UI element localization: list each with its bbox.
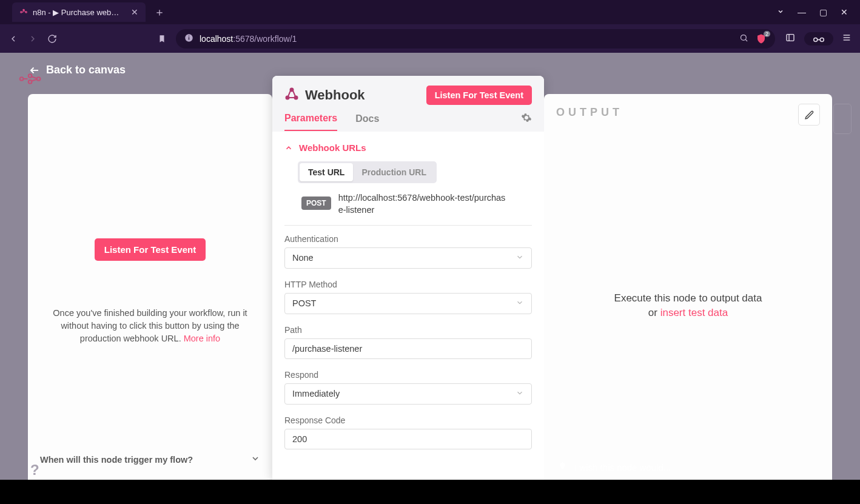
http-method-label: HTTP Method xyxy=(284,280,532,289)
auth-label: Authentication xyxy=(284,234,532,244)
listen-test-event-button[interactable]: Listen For Test Event xyxy=(95,238,206,261)
menu-icon[interactable] xyxy=(842,33,852,45)
response-code-input[interactable] xyxy=(284,429,532,449)
shield-icon[interactable]: 2 xyxy=(756,33,767,44)
bottom-border xyxy=(0,480,860,504)
tab-parameters[interactable]: Parameters xyxy=(284,113,337,131)
test-url-tab[interactable]: Test URL xyxy=(300,163,353,181)
tab-docs[interactable]: Docs xyxy=(355,113,379,130)
browser-nav-bar: localhost:5678/workflow/1 2 xyxy=(0,24,860,53)
forward-icon[interactable] xyxy=(28,34,38,44)
browser-tab[interactable]: n8n - ▶ Purchase webhook ✕ xyxy=(12,2,146,22)
chevron-down-icon xyxy=(516,389,524,399)
node-body: Webhook URLs Test URL Production URL POS… xyxy=(272,132,544,480)
minimize-icon[interactable]: — xyxy=(798,7,806,17)
svg-point-6 xyxy=(741,35,747,40)
output-side-handle[interactable] xyxy=(833,104,852,134)
listen-test-event-header-button[interactable]: Listen For Test Event xyxy=(426,86,532,105)
output-title: OUTPUT xyxy=(556,106,820,119)
node-title: Webhook xyxy=(305,87,365,103)
app-viewport: Back to canvas Listen For Test Event Onc… xyxy=(0,53,860,480)
production-url-tab[interactable]: Production URL xyxy=(353,163,435,181)
tab-title: n8n - ▶ Purchase webhook xyxy=(33,8,123,17)
chevron-down-icon xyxy=(516,253,524,263)
browser-chrome: n8n - ▶ Purchase webhook ✕ ＋ — ▢ ✕ xyxy=(0,0,860,53)
svg-rect-4 xyxy=(189,37,189,39)
svg-point-15 xyxy=(20,77,24,81)
http-method-select[interactable]: POST xyxy=(284,293,532,314)
webhook-url-row[interactable]: POST http://localhost:5678/webhook-test/… xyxy=(301,192,532,217)
webhook-urls-section-toggle[interactable]: Webhook URLs xyxy=(284,143,532,153)
site-info-icon[interactable] xyxy=(184,33,193,44)
svg-rect-8 xyxy=(787,34,794,41)
search-icon[interactable] xyxy=(739,33,748,44)
svg-point-11 xyxy=(820,38,824,41)
reload-icon[interactable] xyxy=(47,34,57,44)
bookmark-icon[interactable] xyxy=(158,34,166,44)
node-header: Webhook Listen For Test Event Parameters… xyxy=(272,76,544,132)
url-text: localhost:5678/workflow/1 xyxy=(200,34,297,44)
help-icon[interactable]: ? xyxy=(30,462,39,479)
close-window-icon[interactable]: ✕ xyxy=(841,7,848,17)
divider xyxy=(284,225,532,226)
chevron-down-icon xyxy=(250,454,260,465)
url-mode-toggle: Test URL Production URL xyxy=(298,161,437,183)
svg-point-18 xyxy=(37,77,41,81)
path-input[interactable] xyxy=(284,338,532,359)
input-hint-text: Once you've finished building your workf… xyxy=(40,307,260,345)
respond-select[interactable]: Immediately xyxy=(284,383,532,405)
shield-badge-count: 2 xyxy=(764,31,770,37)
section-title: Webhook URLs xyxy=(299,143,366,153)
http-method-value: POST xyxy=(292,298,316,308)
feedback-text: I wish this node would... xyxy=(574,462,671,472)
output-panel: OUTPUT Execute this node to output data … xyxy=(544,94,832,480)
response-code-label: Response Code xyxy=(284,415,532,425)
output-placeholder: Execute this node to output data or inse… xyxy=(544,291,832,321)
respond-label: Respond xyxy=(284,370,532,380)
insert-test-data-link[interactable]: insert test data xyxy=(660,307,728,319)
svg-line-7 xyxy=(745,39,747,41)
more-info-link[interactable]: More info xyxy=(184,334,220,343)
incognito-icon[interactable] xyxy=(804,32,833,45)
chevron-down-icon xyxy=(516,298,524,309)
n8n-favicon xyxy=(19,8,28,16)
path-label: Path xyxy=(284,325,532,335)
webhook-url-value: http://localhost:5678/webhook-test/purch… xyxy=(338,192,508,217)
webhook-icon xyxy=(284,87,299,104)
edit-output-button[interactable] xyxy=(798,104,820,126)
back-icon[interactable] xyxy=(8,34,18,44)
node-tabs: Parameters Docs xyxy=(284,112,532,132)
maximize-icon[interactable]: ▢ xyxy=(819,7,827,17)
respond-value: Immediately xyxy=(292,389,340,398)
feedback-prompt[interactable]: I wish this node would... xyxy=(558,462,671,472)
trigger-question-text: When will this node trigger my flow? xyxy=(40,455,193,465)
svg-point-0 xyxy=(21,12,22,13)
svg-point-17 xyxy=(29,80,32,84)
lightbulb-icon xyxy=(558,462,567,472)
node-config-modal: Webhook Listen For Test Event Parameters… xyxy=(272,76,544,480)
trigger-hint-toggle[interactable]: When will this node trigger my flow? xyxy=(40,454,260,465)
svg-point-10 xyxy=(814,38,818,41)
svg-rect-5 xyxy=(189,35,189,36)
tab-dropdown-icon[interactable] xyxy=(777,7,784,17)
browser-tab-bar: n8n - ▶ Purchase webhook ✕ ＋ — ▢ ✕ xyxy=(0,0,860,24)
tab-close-icon[interactable]: ✕ xyxy=(131,7,138,17)
svg-point-2 xyxy=(25,12,27,13)
url-bar[interactable]: localhost:5678/workflow/1 2 xyxy=(176,29,775,49)
auth-value: None xyxy=(292,253,314,263)
sidebar-toggle-icon[interactable] xyxy=(785,33,796,45)
input-panel: Listen For Test Event Once you've finish… xyxy=(28,94,272,480)
back-to-canvas-link[interactable]: Back to canvas xyxy=(29,64,126,76)
new-tab-button[interactable]: ＋ xyxy=(154,5,165,19)
gear-icon[interactable] xyxy=(521,112,532,132)
http-method-badge: POST xyxy=(301,197,331,210)
window-controls: — ▢ ✕ xyxy=(777,7,860,17)
auth-select[interactable]: None xyxy=(284,247,532,269)
back-label: Back to canvas xyxy=(46,64,126,76)
